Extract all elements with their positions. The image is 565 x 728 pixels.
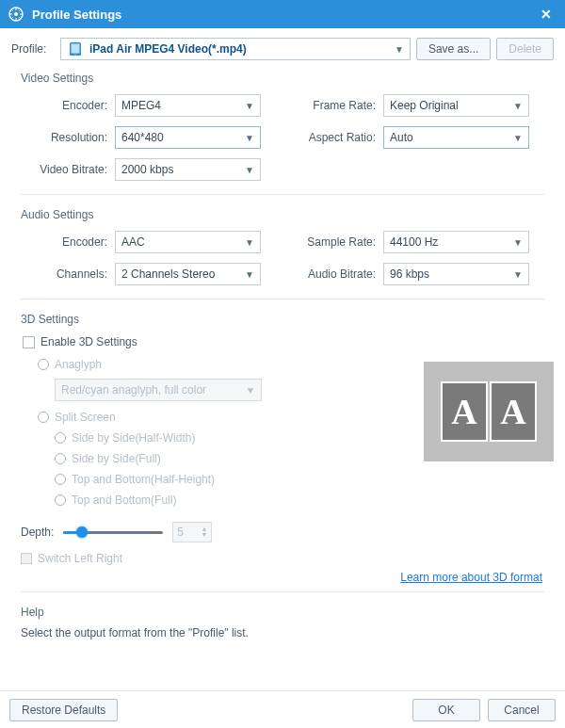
tab-half-radio	[55, 474, 66, 485]
resolution-select[interactable]: 640*480▼	[115, 126, 261, 149]
help-text: Select the output format from the "Profi…	[21, 626, 554, 639]
anaglyph-mode-select: Red/cyan anaglyph, full color ▼	[55, 379, 262, 401]
video-bitrate-select[interactable]: 2000 kbps▼	[115, 158, 261, 181]
chevron-down-icon: ▼	[395, 44, 404, 55]
video-encoder-select[interactable]: MPEG4▼	[115, 94, 261, 117]
audio-settings-title: Audio Settings	[21, 208, 554, 221]
profile-label: Profile:	[11, 42, 55, 56]
save-as-button[interactable]: Save as...	[416, 38, 491, 60]
chevron-down-icon: ▼	[245, 133, 254, 143]
profile-select[interactable]: iPad Air MPEG4 Video(*.mp4) ▼	[60, 38, 411, 60]
switch-lr-checkbox	[21, 553, 32, 564]
sbs-full-label: Side by Side(Full)	[72, 452, 161, 465]
sbs-half-radio	[55, 432, 66, 444]
resolution-label: Resolution:	[21, 131, 115, 144]
chevron-down-icon: ▼	[245, 269, 254, 280]
sample-rate-label: Sample Rate:	[289, 235, 383, 249]
split-screen-radio	[38, 412, 49, 423]
cancel-button[interactable]: Cancel	[488, 699, 556, 721]
frame-rate-label: Frame Rate:	[289, 99, 383, 112]
audio-encoder-label: Encoder:	[21, 235, 115, 249]
video-settings-title: Video Settings	[21, 72, 554, 85]
depth-slider[interactable]	[63, 526, 163, 539]
channels-label: Channels:	[21, 267, 115, 281]
profile-row: Profile: iPad Air MPEG4 Video(*.mp4) ▼ S…	[11, 38, 554, 60]
svg-point-4	[74, 54, 75, 55]
anaglyph-label: Anaglyph	[55, 358, 102, 371]
video-bitrate-label: Video Bitrate:	[21, 163, 115, 176]
switch-lr-label: Switch Left Right	[38, 552, 122, 565]
help-group: Help Select the output format from the "…	[21, 606, 554, 639]
sbs-half-label: Side by Side(Half-Width)	[72, 431, 195, 445]
svg-point-1	[14, 12, 18, 16]
chevron-down-icon: ▼	[513, 101, 523, 111]
three-d-preview: AA	[424, 362, 554, 461]
ipad-icon	[67, 40, 84, 57]
chevron-down-icon: ▼	[245, 101, 254, 111]
aspect-ratio-label: Aspect Ratio:	[289, 131, 383, 144]
chevron-down-icon: ▼	[513, 133, 523, 143]
footer: Restore Defaults OK Cancel	[0, 690, 565, 728]
learn-more-link[interactable]: Learn more about 3D format	[400, 571, 542, 584]
depth-spinner: 5 ▲▼	[172, 522, 212, 542]
audio-bitrate-label: Audio Bitrate:	[289, 267, 383, 281]
depth-label: Depth:	[21, 526, 54, 539]
ok-button[interactable]: OK	[412, 699, 480, 721]
chevron-down-icon: ▼	[245, 165, 254, 175]
audio-encoder-select[interactable]: AAC▼	[115, 231, 261, 253]
help-title: Help	[21, 606, 554, 619]
audio-settings-group: Audio Settings Encoder: AAC▼ Sample Rate…	[21, 208, 554, 285]
tab-half-label: Top and Bottom(Half-Height)	[72, 473, 215, 486]
profile-value: iPad Air MPEG4 Video(*.mp4)	[89, 42, 395, 56]
window-title: Profile Settings	[32, 8, 121, 22]
tab-full-radio	[55, 494, 66, 506]
anaglyph-radio	[38, 359, 49, 370]
aspect-ratio-select[interactable]: Auto▼	[383, 126, 529, 149]
chevron-down-icon: ▼	[246, 385, 255, 396]
channels-select[interactable]: 2 Channels Stereo▼	[115, 263, 261, 285]
delete-button: Delete	[496, 38, 554, 60]
chevron-down-icon: ▼	[513, 237, 523, 248]
enable-3d-checkbox[interactable]	[23, 336, 35, 348]
audio-bitrate-select[interactable]: 96 kbps▼	[383, 263, 529, 285]
titlebar: Profile Settings ✕	[0, 0, 565, 28]
chevron-down-icon: ▼	[245, 237, 254, 248]
close-button[interactable]: ✕	[535, 3, 557, 25]
tab-full-label: Top and Bottom(Full)	[72, 493, 176, 507]
frame-rate-select[interactable]: Keep Original▼	[383, 94, 529, 117]
app-icon	[8, 6, 24, 23]
three-d-title: 3D Settings	[21, 313, 554, 326]
video-encoder-label: Encoder:	[21, 99, 115, 112]
video-settings-group: Video Settings Encoder: MPEG4▼ Frame Rat…	[21, 72, 554, 181]
enable-3d-label: Enable 3D Settings	[40, 335, 137, 348]
restore-defaults-button[interactable]: Restore Defaults	[9, 699, 118, 721]
chevron-down-icon: ▼	[513, 269, 523, 280]
sample-rate-select[interactable]: 44100 Hz▼	[383, 231, 529, 253]
sbs-full-radio	[55, 453, 66, 464]
split-screen-label: Split Screen	[55, 411, 116, 424]
three-d-settings-group: 3D Settings Enable 3D Settings Anaglyph …	[21, 313, 554, 584]
svg-rect-3	[72, 44, 80, 54]
